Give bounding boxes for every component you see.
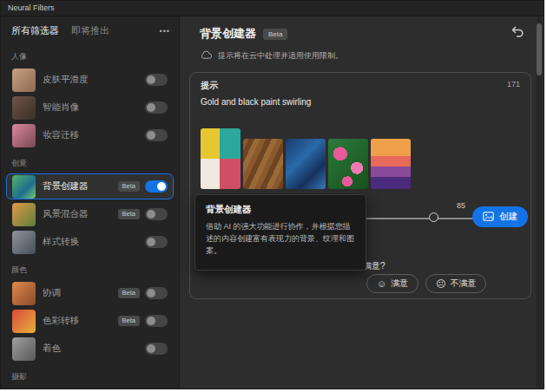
color-transfer-thumb-icon (12, 310, 36, 333)
filter-item-super-zoom[interactable]: 超级缩放 (6, 387, 174, 389)
style-transfer-toggle[interactable] (145, 236, 168, 248)
filter-item-style-transfer[interactable]: 样式转换 (6, 229, 174, 255)
section-title-portrait: 人像 (1, 43, 179, 65)
cloud-notice-text: 提示将在云中处理并适用使用限制。 (218, 50, 343, 62)
panel-title: 背景创建器 (200, 26, 256, 42)
landscape-mixer-thumb-icon (12, 203, 36, 226)
filter-label: 智能肖像 (43, 101, 79, 114)
filter-label: 妆容迁移 (43, 129, 79, 141)
section-title-photography: 摄影 (1, 363, 179, 385)
thumbnail-color-blocks[interactable] (201, 128, 241, 189)
scrollbar-thumb[interactable] (537, 23, 542, 75)
color-transfer-toggle[interactable] (145, 315, 168, 327)
section-title-creative: 创意 (1, 150, 179, 172)
image-icon (483, 212, 494, 223)
makeup-transfer-thumb-icon (12, 124, 36, 147)
variation-slider-track[interactable] (365, 218, 478, 219)
thumbnail-blue-foliage[interactable] (286, 139, 326, 189)
filter-label: 风景混合器 (43, 208, 89, 220)
window-title: Neural Filters (8, 3, 55, 12)
sidebar-menu-icon[interactable]: ••• (160, 27, 170, 36)
landscape-mixer-toggle[interactable] (145, 208, 168, 220)
filter-item-background-creator[interactable]: 背景创建器 Beta (6, 173, 174, 199)
slider-value: 85 (457, 201, 465, 210)
beta-badge: Beta (118, 316, 140, 327)
not-satisfied-button[interactable]: ☹ 不满意 (425, 274, 486, 293)
smiley-icon: ☺ (377, 278, 386, 289)
prompt-label: 提示 (201, 80, 218, 92)
thumbnail-wood-grain[interactable] (243, 139, 283, 189)
cloud-icon (200, 50, 213, 62)
tooltip-title: 背景创建器 (206, 204, 355, 216)
filter-item-color-transfer[interactable]: 色彩转移 Beta (6, 308, 174, 334)
harmonization-toggle[interactable] (145, 287, 168, 299)
window-titlebar: Neural Filters (1, 1, 544, 16)
harmonization-thumb-icon (12, 282, 36, 305)
filter-label: 着色 (43, 343, 61, 355)
beta-badge: Beta (118, 181, 140, 193)
thumbnail-sunset-clouds[interactable] (371, 139, 411, 189)
not-satisfied-label: 不满意 (450, 278, 476, 290)
makeup-transfer-toggle[interactable] (145, 129, 168, 141)
create-button-label: 创建 (499, 211, 517, 223)
filter-label: 色彩转移 (43, 315, 79, 327)
filter-label: 协调 (43, 287, 61, 299)
tooltip-description: 借助 AI 的强大功能进行协作，并根据您描述的内容创建富有表现力的背景、纹理和图… (206, 221, 355, 258)
colorize-thumb-icon (12, 337, 36, 361)
filter-item-landscape-mixer[interactable]: 风景混合器 Beta (6, 201, 174, 227)
smart-portrait-thumb-icon (12, 96, 36, 120)
skin-smoothing-toggle[interactable] (145, 74, 168, 86)
filters-sidebar: 所有筛选器 即将推出 ••• 人像 皮肤平滑度 智能肖像 妆容迁移 创意 背景创… (1, 16, 180, 389)
generated-thumbnails (201, 128, 411, 189)
tab-all-filters[interactable]: 所有筛选器 (11, 24, 59, 37)
prompt-input[interactable]: Gold and black paint swirling (201, 97, 520, 107)
sidebar-tabs: 所有筛选器 即将推出 ••• (1, 16, 179, 43)
background-creator-tooltip: 背景创建器 借助 AI 的强大功能进行协作，并根据您描述的内容创建富有表现力的背… (194, 194, 366, 271)
background-creator-thumb-icon (12, 175, 36, 199)
section-title-color: 颜色 (1, 257, 179, 278)
prompt-char-count: 171 (507, 80, 520, 92)
satisfied-button[interactable]: ☺ 满意 (366, 274, 418, 293)
thumbnail-tropical-flowers[interactable] (328, 139, 368, 189)
frown-icon: ☹ (436, 278, 445, 290)
beta-badge: Beta (118, 288, 140, 299)
filter-item-skin-smoothing[interactable]: 皮肤平滑度 (6, 67, 174, 93)
variation-slider-handle[interactable] (429, 212, 438, 222)
neural-filters-window: Neural Filters 所有筛选器 即将推出 ••• 人像 皮肤平滑度 智… (0, 0, 544, 389)
filter-label: 背景创建器 (43, 180, 89, 193)
create-button[interactable]: 创建 (472, 206, 528, 227)
super-zoom-thumb-icon (12, 389, 36, 389)
undo-icon[interactable] (511, 25, 524, 41)
tab-coming-soon[interactable]: 即将推出 (71, 24, 109, 37)
filter-item-colorize[interactable]: 着色 (6, 336, 174, 362)
beta-badge: Beta (263, 29, 287, 40)
background-creator-toggle[interactable] (145, 180, 168, 193)
smart-portrait-toggle[interactable] (145, 101, 168, 114)
filter-item-smart-portrait[interactable]: 智能肖像 (6, 95, 174, 121)
filter-label: 样式转换 (43, 236, 79, 248)
skin-smoothing-thumb-icon (12, 69, 36, 92)
beta-badge: Beta (118, 209, 140, 220)
colorize-toggle[interactable] (145, 343, 168, 355)
main-scrollbar (537, 16, 542, 389)
satisfied-label: 满意 (391, 278, 408, 290)
background-creator-panel: 背景创建器 Beta 提示将在云中处理并适用使用限制。 提示 171 Gold … (181, 16, 544, 389)
filter-label: 皮肤平滑度 (43, 74, 89, 86)
filter-item-makeup-transfer[interactable]: 妆容迁移 (6, 122, 174, 148)
style-transfer-thumb-icon (12, 231, 36, 254)
filter-item-harmonization[interactable]: 协调 Beta (6, 280, 174, 306)
